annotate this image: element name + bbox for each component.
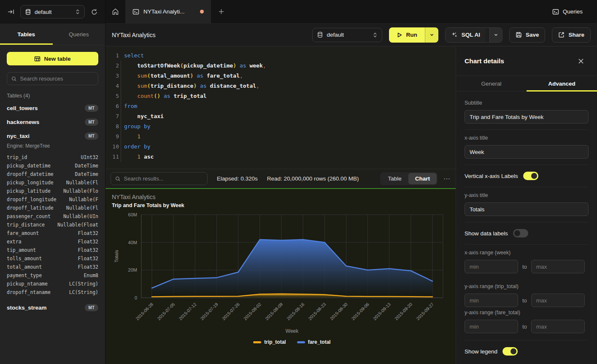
- svg-text:2015-08-16: 2015-08-16: [286, 302, 305, 321]
- svg-text:2015-07-05: 2015-07-05: [156, 302, 176, 321]
- table-row[interactable]: stocks_streamMT: [0, 301, 105, 315]
- view-toggle-table[interactable]: Table: [381, 173, 408, 184]
- arrow-to-bar-icon: [8, 8, 14, 15]
- sidebar-tab-tables[interactable]: Tables: [0, 24, 53, 45]
- table-engine: Engine: MergeTree: [0, 143, 105, 153]
- vertical-xaxis-labels-toggle[interactable]: [523, 172, 538, 180]
- sql-ai-button[interactable]: SQL AI: [445, 27, 502, 43]
- column-row: total_amountFloat32: [0, 263, 105, 271]
- line-number: 6: [105, 101, 119, 111]
- results-search-input[interactable]: [124, 175, 203, 182]
- code-line: 7 nyc_taxi: [105, 111, 456, 121]
- save-button[interactable]: Save: [509, 27, 546, 43]
- show-data-labels-label: Show data labels: [465, 230, 508, 237]
- yaxis-range-trip-max[interactable]: [531, 294, 585, 307]
- query-title: NYTaxi Analytics: [112, 32, 155, 38]
- line-number: 11: [105, 152, 119, 162]
- queries-top-button[interactable]: Queries: [548, 0, 597, 23]
- view-toggle: Table Chart: [380, 172, 438, 185]
- engine-badge: MT: [85, 304, 98, 311]
- svg-text:2015-08-02: 2015-08-02: [243, 302, 262, 321]
- chart-details-panel: Chart details General Advanced Subtitle …: [456, 46, 597, 364]
- code-line: 1select: [105, 51, 456, 61]
- svg-text:2015-07-19: 2015-07-19: [199, 302, 219, 321]
- column-row: pickup_datetimeDateTime: [0, 162, 105, 170]
- run-button[interactable]: Run: [389, 27, 438, 43]
- sparkles-icon: [451, 32, 458, 38]
- table-name: hackernews: [7, 119, 39, 125]
- elapsed-stat: Elapsed: 0.320s: [217, 175, 258, 182]
- yaxis-range-fare-max[interactable]: [531, 320, 585, 333]
- collapse-sidebar-button[interactable]: [6, 7, 16, 17]
- yaxis-range-trip-label: y-axis range (trip_total): [465, 283, 589, 289]
- column-row: pickup_ntanameLC(String): [0, 280, 105, 288]
- app-window: default NYTaxi Analyti... Queri: [0, 0, 597, 364]
- sidebar-tab-queries[interactable]: Queries: [53, 24, 105, 45]
- home-icon: [112, 8, 119, 15]
- divider: [465, 222, 589, 222]
- divider: [465, 164, 589, 165]
- yaxis-range-trip-min[interactable]: [465, 294, 518, 307]
- xaxis-title-field-label: x-axis title: [465, 135, 589, 141]
- save-label: Save: [526, 32, 539, 38]
- close-panel-button[interactable]: [576, 56, 586, 66]
- line-number: 5: [105, 91, 119, 101]
- yaxis-range-fare-label: y-axis range (fare_total): [465, 310, 589, 315]
- table-name: nyc_taxi: [7, 133, 30, 139]
- subtitle-field[interactable]: [465, 110, 589, 124]
- show-data-labels-toggle[interactable]: [513, 229, 528, 237]
- yaxis-range-fare-min[interactable]: [465, 320, 518, 333]
- engine-badge: MT: [85, 132, 98, 140]
- divider: [465, 340, 589, 340]
- yaxis-range-trip-row: to: [465, 294, 589, 307]
- refresh-button[interactable]: [89, 7, 99, 17]
- new-tab-button[interactable]: [211, 0, 231, 23]
- table-row[interactable]: hackernewsMT: [0, 115, 105, 129]
- tab-strip: NYTaxi Analyti... Queries: [105, 0, 597, 24]
- unsaved-dot: [200, 10, 204, 13]
- play-icon: [397, 32, 403, 38]
- database-selector-query[interactable]: default: [312, 28, 382, 42]
- search-icon: [11, 76, 17, 82]
- legend-swatch: [253, 341, 261, 343]
- panel-tab-advanced[interactable]: Advanced: [527, 76, 597, 91]
- code-line: 5 count() as trip_total: [105, 91, 456, 101]
- new-table-button[interactable]: New table: [7, 52, 98, 65]
- table-row[interactable]: cell_towersMT: [0, 101, 105, 115]
- sql-editor[interactable]: 1select2 toStartOfWeek(pickup_datetime) …: [105, 46, 456, 169]
- terminal-icon: [132, 8, 139, 15]
- chart-xaxis-title: Week: [128, 328, 456, 334]
- range-to-label: to: [522, 297, 527, 304]
- save-icon: [516, 32, 522, 38]
- queries-top-label: Queries: [563, 8, 583, 15]
- show-legend-label: Show legend: [465, 348, 497, 355]
- view-toggle-chart[interactable]: Chart: [408, 173, 437, 184]
- share-icon: [558, 32, 565, 38]
- yaxis-title-field[interactable]: [465, 202, 589, 216]
- panel-tab-general[interactable]: General: [456, 76, 527, 91]
- run-options-caret[interactable]: [425, 27, 438, 43]
- legend-item[interactable]: fare_total: [297, 339, 331, 345]
- share-button[interactable]: Share: [552, 27, 591, 43]
- database-selector[interactable]: default: [20, 5, 85, 19]
- sql-ai-caret[interactable]: [489, 28, 502, 42]
- share-label: Share: [568, 32, 584, 38]
- xaxis-range-max[interactable]: [531, 260, 585, 273]
- xaxis-range-min[interactable]: [465, 260, 518, 273]
- table-row[interactable]: nyc_taxiMT: [0, 129, 105, 143]
- xaxis-title-field[interactable]: [465, 145, 589, 159]
- chevron-down-icon: [430, 32, 434, 37]
- svg-text:2015-07-12: 2015-07-12: [178, 302, 197, 321]
- results-toolbar: Elapsed: 0.320s Read: 20,000,000 rows (2…: [105, 169, 456, 189]
- tab-nytaxi-analytics[interactable]: NYTaxi Analyti...: [126, 0, 211, 23]
- terminal-icon: [552, 8, 559, 15]
- chart-legend: trip_totalfare_total: [128, 339, 456, 345]
- legend-item[interactable]: trip_total: [253, 339, 286, 345]
- sidebar-search-input[interactable]: [20, 75, 94, 82]
- line-number: 3: [105, 71, 119, 81]
- more-options-button[interactable]: ⋯: [443, 175, 451, 183]
- show-legend-toggle[interactable]: [502, 347, 518, 356]
- results-chart: 020M40M60M2015-06-282015-07-052015-07-12…: [105, 189, 456, 334]
- home-button[interactable]: [105, 0, 126, 23]
- svg-text:40M: 40M: [128, 240, 137, 245]
